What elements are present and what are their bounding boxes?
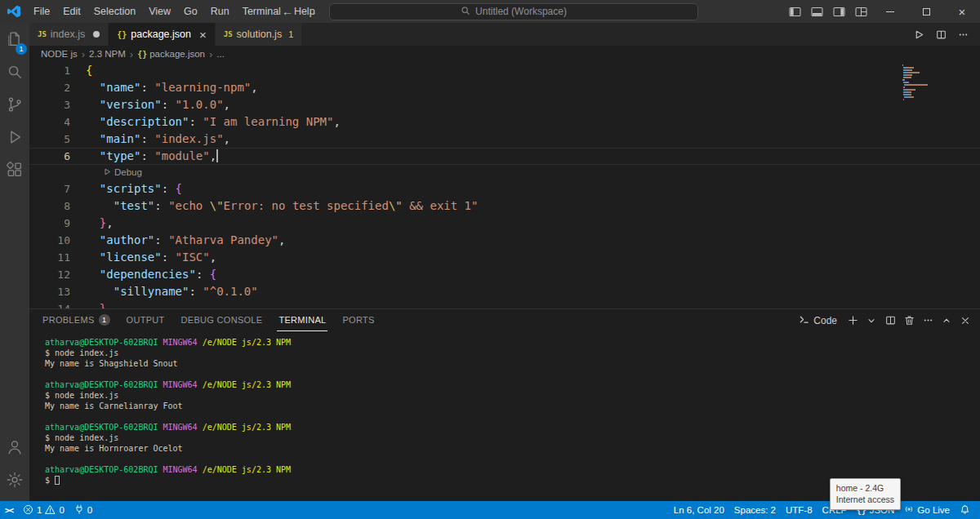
tab-index-js[interactable]: JS index.js: [29, 23, 109, 46]
terminal-icon: [799, 314, 809, 327]
breadcrumb-item[interactable]: NODE js: [41, 49, 78, 59]
run-button[interactable]: [910, 25, 928, 43]
more-panel-actions-icon[interactable]: [920, 313, 936, 329]
encoding-indicator[interactable]: UTF-8: [781, 501, 817, 519]
toggle-panel-icon[interactable]: [806, 0, 828, 23]
activity-settings[interactable]: [0, 465, 29, 498]
terminal-line: My name is Shagshield Snout: [45, 358, 980, 369]
new-terminal-button[interactable]: [844, 313, 861, 329]
code-text: "version": "1.0.0",: [86, 96, 230, 113]
line-col-indicator[interactable]: Ln 6, Col 20: [669, 501, 729, 519]
panel-tab-terminal[interactable]: TERMINAL: [277, 309, 327, 331]
activity-run-debug[interactable]: [0, 122, 29, 155]
ports-indicator[interactable]: 0: [69, 501, 97, 519]
terminal-line: atharva@DESKTOP-602BRQI MINGW64 /e/NODE …: [45, 464, 980, 475]
menu-help[interactable]: Help: [287, 0, 322, 23]
code-line[interactable]: 5 "main": "index.js",: [29, 131, 980, 148]
editor-column: JS index.js {} package.json × JS solutio…: [29, 23, 980, 501]
minimap-seg: [903, 72, 909, 73]
panel-tab-output[interactable]: OUTPUT: [125, 309, 167, 331]
breadcrumb-item[interactable]: {}package.json: [137, 49, 205, 59]
panel-header: PROBLEMS1OUTPUTDEBUG CONSOLETERMINALPORT…: [29, 309, 980, 331]
terminal-dropdown-chevron-icon[interactable]: [863, 313, 880, 329]
minimap-seg: [906, 67, 913, 69]
code-line[interactable]: 6 "type": "module",: [29, 148, 980, 165]
code-token: "main": [100, 132, 141, 145]
code-line[interactable]: 1{: [29, 62, 980, 79]
code-token: [86, 182, 100, 195]
problems-indicator[interactable]: 1 0: [18, 501, 69, 519]
remote-indicator[interactable]: ><: [0, 501, 18, 519]
go-live-button[interactable]: Go Live: [899, 501, 955, 519]
split-editor-button[interactable]: [932, 25, 950, 43]
minimap[interactable]: [902, 64, 935, 101]
code-text: "name": "learning-npm",: [86, 79, 258, 96]
menu-go[interactable]: Go: [177, 0, 204, 23]
notifications-bell[interactable]: [955, 501, 975, 519]
code-text: "description": "I am learning NPM",: [86, 113, 341, 131]
menu-view[interactable]: View: [142, 0, 177, 23]
activity-explorer[interactable]: 1: [0, 24, 29, 57]
activity-search[interactable]: [0, 57, 29, 90]
minimize-button[interactable]: [872, 0, 908, 23]
search-box[interactable]: Untitled (Workspace): [329, 3, 698, 20]
code-line[interactable]: 12 "dependencies": {: [29, 266, 980, 283]
code-line[interactable]: 10 "author": "Atharva Pandey",: [29, 232, 980, 249]
code-token: :: [154, 199, 168, 212]
minimap-seg: [913, 67, 914, 69]
modified-dot-icon[interactable]: [93, 31, 100, 38]
panel-tab-label: OUTPUT: [127, 315, 165, 325]
account-icon: [6, 438, 24, 459]
more-actions-icon[interactable]: [954, 25, 972, 43]
indentation-indicator[interactable]: Spaces: 2: [729, 501, 781, 519]
activity-account[interactable]: [0, 432, 29, 465]
menu-run[interactable]: Run: [204, 0, 236, 23]
code-line[interactable]: 7 "scripts": {: [29, 180, 980, 197]
code-editor[interactable]: 1{2 "name": "learning-npm",3 "version": …: [29, 62, 980, 308]
breadcrumb-item[interactable]: ...: [216, 49, 225, 59]
code-line[interactable]: 9 },: [29, 215, 980, 232]
search-label: Untitled (Workspace): [475, 6, 567, 17]
split-terminal-button[interactable]: [882, 313, 898, 329]
tab-package-json[interactable]: {} package.json ×: [109, 23, 215, 46]
minimap-seg: [908, 82, 909, 83]
code-line[interactable]: 11 "license": "ISC",: [29, 249, 980, 266]
breadcrumb-item[interactable]: 2.3 NPM: [89, 49, 126, 59]
launch-profile-dropdown[interactable]: Code: [799, 314, 837, 327]
menu-edit[interactable]: Edit: [56, 0, 87, 23]
codelens[interactable]: Debug: [104, 165, 142, 180]
menu-terminal[interactable]: Terminal: [236, 0, 287, 23]
code-line[interactable]: 14 }: [29, 300, 980, 308]
menu-selection[interactable]: Selection: [87, 0, 142, 23]
code-token: "learning-npm": [154, 81, 251, 94]
bell-icon: [960, 504, 970, 517]
code-line[interactable]: 8 "test": "echo \"Error: no test specifi…: [29, 197, 980, 215]
code-line[interactable]: 3 "version": "1.0.0",: [29, 96, 980, 113]
maximize-panel-button[interactable]: [938, 313, 955, 329]
terminal-output[interactable]: atharva@DESKTOP-602BRQI MINGW64 /e/NODE …: [29, 331, 980, 501]
tab-solution-js[interactable]: JS solution.js 1: [216, 23, 303, 46]
panel-tab-badge: 1: [99, 314, 110, 326]
toggle-secondary-sidebar-icon[interactable]: [828, 0, 850, 23]
close-tab-icon[interactable]: ×: [199, 29, 207, 41]
code-line[interactable]: 13 "sillyname": "^0.1.0": [29, 283, 980, 300]
line-number: 12: [29, 266, 70, 283]
gear-icon: [6, 471, 24, 492]
activity-extensions[interactable]: [0, 155, 29, 188]
toggle-sidebar-icon[interactable]: [784, 0, 806, 23]
close-panel-button[interactable]: [957, 313, 973, 329]
code-text: "main": "index.js",: [86, 131, 230, 148]
kill-terminal-button[interactable]: [901, 313, 917, 329]
code-token: [86, 81, 100, 94]
code-token: "test": [114, 199, 155, 212]
code-line[interactable]: 4 "description": "I am learning NPM",: [29, 113, 980, 131]
close-button[interactable]: ×: [944, 0, 980, 23]
panel-tab-ports[interactable]: PORTS: [341, 309, 376, 331]
maximize-button[interactable]: [908, 0, 944, 23]
panel-tab-problems[interactable]: PROBLEMS1: [41, 309, 112, 331]
customize-layout-icon[interactable]: [850, 0, 872, 23]
menu-file[interactable]: File: [27, 0, 56, 23]
activity-source-control[interactable]: [0, 90, 29, 122]
panel-tab-debug-console[interactable]: DEBUG CONSOLE: [180, 309, 265, 331]
code-line[interactable]: 2 "name": "learning-npm",: [29, 79, 980, 96]
